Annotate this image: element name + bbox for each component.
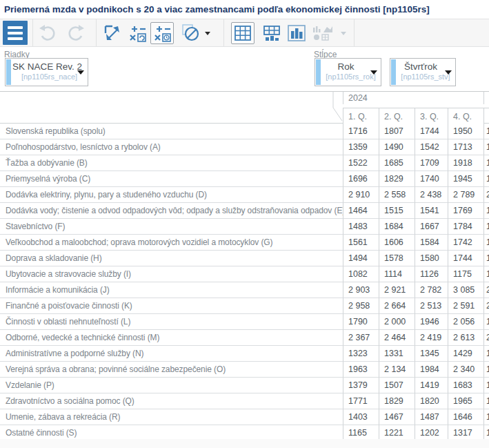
- row-label-cell: Umenie, zábava a rekreácia (R): [0, 409, 343, 425]
- value-cell-q2: 1807: [379, 124, 415, 139]
- clipped-quarter-header-cell: [483, 108, 489, 124]
- clipped-year-header-cell: [483, 92, 489, 104]
- add-remove-values-button[interactable]: [128, 24, 147, 42]
- value-cell-q4: 2 340: [448, 362, 483, 378]
- row-label-cell: Odborné, vedecké a technické činnosti (M…: [0, 330, 343, 346]
- value-cell-q3: 2 419: [415, 330, 448, 346]
- value-cell-q1: 1716: [343, 124, 379, 139]
- bottom-strip: [0, 439, 489, 448]
- value-cell-q4: 2 613: [448, 330, 483, 346]
- value-cell-q1: 1464: [343, 203, 379, 219]
- quarter-header-cell: 2. Q.: [379, 108, 415, 125]
- clipped-value-cell: 1: [483, 219, 489, 235]
- add-remove-time-button[interactable]: [150, 22, 174, 44]
- toolbar-separator: [354, 19, 355, 46]
- value-cell-q1: 1696: [343, 171, 379, 187]
- datacube-table-page: Priemerná mzda v podnikoch s 20 a viac z…: [0, 0, 489, 448]
- row-label-cell: Zdravotníctvo a sociálna pomoc (Q): [0, 393, 343, 409]
- year-dimension-dropdown[interactable]: Rok [np1105rs_rok]: [315, 58, 381, 86]
- value-cell-q3: 2 513: [415, 298, 448, 314]
- value-cell-q2: 2 134: [379, 362, 415, 378]
- value-cell-q1: 1379: [343, 378, 379, 393]
- toolbar: [0, 19, 489, 47]
- redo-icon: [66, 23, 86, 41]
- row-dimension-code: [np1105rs_nace]: [6, 72, 88, 81]
- clipped-value-cell: 1: [483, 235, 489, 251]
- dimension-color-bar: [6, 59, 11, 85]
- row-label-cell: Finančné a poisťovacie činnosti (K): [0, 298, 343, 314]
- value-cell-q2: 1578: [379, 251, 415, 266]
- row-label-cell: Doprava a skladovanie (H): [0, 251, 343, 266]
- value-cell-q1: 1561: [343, 235, 379, 251]
- row-label-cell: Administratívne a podporné služby (N): [0, 346, 343, 362]
- table-view-icon: [234, 25, 252, 41]
- value-cell-q1: 1963: [343, 362, 379, 378]
- value-cell-q3: 1580: [415, 251, 448, 266]
- table-view-button[interactable]: [231, 22, 255, 44]
- row-dimension-label: SK NACE Rev. 2: [6, 61, 88, 72]
- page-title: Priemerná mzda v podnikoch s 20 a viac z…: [0, 0, 489, 14]
- value-cell-q1: 1771: [343, 393, 379, 409]
- value-cell-q2: 2 921: [379, 282, 415, 298]
- value-cell-q2: 2 464: [379, 330, 415, 346]
- value-cell-q1: 1483: [343, 219, 379, 235]
- value-cell-q2: 1606: [379, 235, 415, 251]
- value-cell-q3: 1740: [415, 171, 448, 187]
- value-cell-q2: 1515: [379, 203, 415, 219]
- value-cell-q4: 3 085: [448, 282, 483, 298]
- toolbar-separator: [96, 19, 97, 46]
- quarter-header-cell: 3. Q.: [415, 108, 448, 125]
- clipped-value-cell: 1: [483, 314, 489, 330]
- row-label-cell: Vzdelanie (P): [0, 378, 343, 393]
- value-cell-q3: 1126: [415, 266, 448, 282]
- toolbar-separator: [32, 19, 33, 46]
- corner-diagonal-icon: [332, 92, 343, 121]
- row-label-cell: Ubytovacie a stravovacie služby (I): [0, 266, 343, 282]
- value-cell-q3: 1541: [415, 203, 448, 219]
- undo-icon: [38, 23, 57, 41]
- table-grid: 2024 1. Q. 2. Q. 3. Q. 4. Q. Slovenská r…: [0, 92, 489, 441]
- undo-button: [38, 23, 57, 41]
- data-table: 2024 1. Q. 2. Q. 3. Q. 4. Q. Slovenská r…: [0, 92, 489, 441]
- value-cell-q2: 1490: [379, 139, 415, 155]
- table-corner-cell: [0, 92, 343, 124]
- clipped-value-cell: 1: [483, 378, 489, 393]
- value-cell-q3: 1487: [415, 409, 448, 425]
- row-label-cell: Poľnohospodárstvo, lesníctvo a rybolov (…: [0, 139, 343, 155]
- more-charts-button: [312, 25, 346, 41]
- row-label-cell: Informácie a komunikácia (J): [0, 282, 343, 298]
- value-cell-q1: 2 367: [343, 330, 379, 346]
- suppress-values-icon: [181, 23, 202, 43]
- row-label-cell: Činnosti v oblasti nehnuteľností (L): [0, 314, 343, 330]
- redo-button: [66, 23, 86, 41]
- expand-table-button[interactable]: [103, 24, 121, 42]
- value-cell-q4: 1950: [448, 124, 483, 139]
- suppress-values-button[interactable]: [181, 23, 210, 43]
- row-label-cell: Veľkoobchod a maloobchod; oprava motorov…: [0, 235, 343, 251]
- value-cell-q2: 2 664: [379, 298, 415, 314]
- value-cell-q4: 1175: [448, 266, 483, 282]
- row-label-cell: Priemyselná výroba (C): [0, 171, 343, 187]
- value-cell-q4: 1965: [448, 393, 483, 409]
- value-cell-q4: 1918: [448, 155, 483, 171]
- quarter-dimension-dropdown[interactable]: Štvrťrok [np1105rs_stv]: [390, 58, 456, 86]
- dimension-color-bar: [316, 59, 321, 85]
- bar-chart-view-icon: [287, 24, 306, 42]
- value-cell-q1: 1323: [343, 346, 379, 362]
- clipped-value-cell: 1: [483, 409, 489, 425]
- value-cell-q3: 1744: [415, 124, 448, 139]
- title-bar: Priemerná mzda v podnikoch s 20 a viac z…: [0, 0, 489, 19]
- menu-button[interactable]: [3, 21, 28, 45]
- clipped-value-cell: 1: [483, 124, 489, 139]
- value-cell-q3: 1667: [415, 219, 448, 235]
- bar-chart-view-button[interactable]: [287, 24, 306, 42]
- clipped-value-cell: 1: [483, 362, 489, 378]
- clipped-value-cell: 2: [483, 298, 489, 314]
- row-dimension-dropdown[interactable]: SK NACE Rev. 2 [np1105rs_nace]: [5, 58, 88, 86]
- row-label-cell: Dodávka vody; čistenie a odvod odpadovýc…: [0, 203, 343, 219]
- chevron-down-icon: [77, 70, 84, 78]
- value-cell-q4: 2 591: [448, 298, 483, 314]
- row-label-cell: Slovenská republika (spolu): [0, 124, 343, 139]
- value-cell-q3: 1584: [415, 235, 448, 251]
- table-with-chart-view-button[interactable]: [263, 25, 281, 41]
